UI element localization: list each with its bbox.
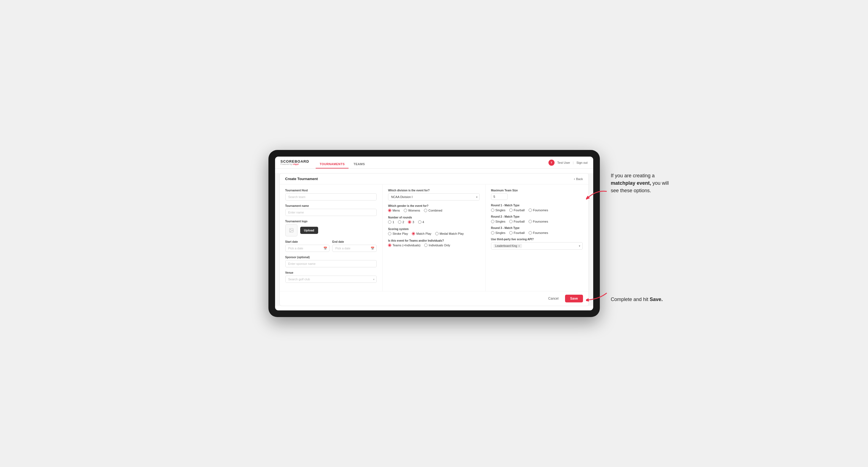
round3-singles-radio[interactable] [491, 231, 494, 235]
venue-group: Venue [285, 271, 377, 283]
round2-singles[interactable]: Singles [491, 220, 505, 223]
teams-radio[interactable] [388, 244, 391, 247]
gender-mens-label: Mens [393, 209, 400, 212]
create-tournament-panel: Create Tournament ‹ Back To [279, 173, 589, 306]
gender-combined[interactable]: Combined [424, 209, 442, 212]
back-button[interactable]: ‹ Back [574, 177, 583, 181]
form-body: Tournament Host Tournament name Tourname… [280, 185, 589, 291]
annotation-top: If you are creating a matchplay event, y… [611, 172, 672, 194]
api-select-wrapper[interactable]: Leaderboard King ✕ ▾ [491, 242, 583, 250]
scoring-medal[interactable]: Medal Match Play [435, 232, 464, 235]
division-select[interactable]: NCAA Division I NCAA Division II NCAA Di… [388, 193, 480, 200]
tournament-host-label: Tournament Host [285, 189, 377, 192]
start-date-input[interactable] [285, 245, 330, 252]
logo-upload-area: Upload [285, 224, 377, 237]
rounds-group: Number of rounds 1 2 [388, 216, 480, 224]
scoring-medal-radio[interactable] [435, 232, 439, 235]
round2-singles-radio[interactable] [491, 220, 494, 223]
date-group: Start date 📅 End date [285, 240, 377, 252]
sponsor-input[interactable] [285, 260, 377, 267]
arrow-top-icon [586, 189, 608, 200]
round2-singles-label: Singles [495, 220, 505, 223]
api-tag: Leaderboard King ✕ [494, 244, 522, 248]
upload-button[interactable]: Upload [300, 227, 318, 234]
individuals-option[interactable]: Individuals Only [424, 244, 450, 247]
individuals-label: Individuals Only [429, 244, 450, 247]
round-1[interactable]: 1 [388, 220, 394, 224]
round3-foursomes[interactable]: Foursomes [529, 231, 548, 235]
venue-label: Venue [285, 271, 377, 274]
scoring-match-radio[interactable] [412, 232, 415, 235]
api-remove-button[interactable]: ✕ [518, 245, 520, 247]
round-1-radio[interactable] [388, 220, 391, 224]
division-label: Which division is the event for? [388, 189, 480, 192]
annotation-bottom: Complete and hit Save. [611, 296, 672, 303]
round-4[interactable]: 4 [418, 220, 424, 224]
round2-fourball-radio[interactable] [509, 220, 513, 223]
max-team-size-input[interactable] [491, 193, 507, 200]
round2-foursomes[interactable]: Foursomes [529, 220, 548, 223]
save-button[interactable]: Save [565, 295, 583, 302]
round3-foursomes-label: Foursomes [533, 231, 548, 235]
round2-fourball[interactable]: Fourball [509, 220, 525, 223]
round3-fourball[interactable]: Fourball [509, 231, 525, 235]
gender-womens[interactable]: Womens [404, 209, 420, 212]
round1-match-radio-group: Singles Fourball Foursomes [491, 209, 583, 212]
round2-foursomes-radio[interactable] [529, 220, 532, 223]
round3-foursomes-radio[interactable] [529, 231, 532, 235]
logo-brand: clippt [293, 163, 299, 165]
round1-fourball[interactable]: Fourball [509, 209, 525, 212]
panel-title: Create Tournament [285, 177, 318, 181]
round1-foursomes-label: Foursomes [533, 209, 548, 212]
round-4-label: 4 [423, 220, 424, 224]
tab-tournaments[interactable]: TOURNAMENTS [316, 160, 348, 168]
division-group: Which division is the event for? NCAA Di… [388, 189, 480, 200]
scoring-medal-label: Medal Match Play [440, 232, 464, 235]
round-3-label: 3 [412, 220, 414, 224]
tournament-host-input[interactable] [285, 193, 377, 200]
round-3[interactable]: 3 [408, 220, 414, 224]
end-date-input[interactable] [332, 245, 377, 252]
scoring-radio-group: Stroke Play Match Play Medal Match Play [388, 232, 480, 235]
teams-individuals-radio-group: Teams (+Individuals) Individuals Only [388, 244, 480, 247]
logo-powered: Powered by clippt [281, 163, 309, 165]
round1-foursomes[interactable]: Foursomes [529, 209, 548, 212]
gender-mens[interactable]: Mens [388, 209, 400, 212]
round1-singles[interactable]: Singles [491, 209, 505, 212]
tournament-name-input[interactable] [285, 209, 377, 216]
nav-tabs: TOURNAMENTS TEAMS [316, 157, 369, 168]
sponsor-group: Sponsor (optional) [285, 256, 377, 267]
api-group: Use third-party live scoring API? Leader… [491, 238, 583, 250]
scoring-match[interactable]: Match Play [412, 232, 431, 235]
svg-point-1 [290, 229, 291, 230]
gender-womens-radio[interactable] [404, 209, 407, 212]
venue-input[interactable] [285, 276, 377, 283]
round-4-radio[interactable] [418, 220, 422, 224]
tournament-host-group: Tournament Host [285, 189, 377, 200]
teams-individuals-label: Is this event for Teams and/or Individua… [388, 239, 480, 242]
scoring-stroke[interactable]: Stroke Play [388, 232, 408, 235]
round3-fourball-radio[interactable] [509, 231, 513, 235]
annotation-bold-matchplay: matchplay event, [611, 180, 651, 186]
round3-singles[interactable]: Singles [491, 231, 505, 235]
cancel-button[interactable]: Cancel [544, 295, 562, 302]
round-2-radio[interactable] [398, 220, 401, 224]
round1-singles-radio[interactable] [491, 209, 494, 212]
round1-fourball-radio[interactable] [509, 209, 513, 212]
round3-match-radio-group: Singles Fourball Foursomes [491, 231, 583, 235]
round-3-radio[interactable] [408, 220, 411, 224]
tablet-screen: SCOREBOARD Powered by clippt TOURNAMENTS… [275, 157, 593, 310]
round-2[interactable]: 2 [398, 220, 404, 224]
scoring-stroke-label: Stroke Play [393, 232, 408, 235]
rounds-radio-group: 1 2 3 [388, 220, 480, 224]
gender-combined-radio[interactable] [424, 209, 427, 212]
individuals-radio[interactable] [424, 244, 428, 247]
scoring-stroke-radio[interactable] [388, 232, 391, 235]
teams-option[interactable]: Teams (+Individuals) [388, 244, 420, 247]
sign-out-button[interactable]: Sign out [577, 161, 587, 164]
tournament-name-group: Tournament name [285, 205, 377, 216]
round1-foursomes-radio[interactable] [529, 209, 532, 212]
max-team-size-group: Maximum Team Size [491, 189, 583, 200]
tab-teams[interactable]: TEAMS [350, 160, 369, 168]
gender-mens-radio[interactable] [388, 209, 391, 212]
